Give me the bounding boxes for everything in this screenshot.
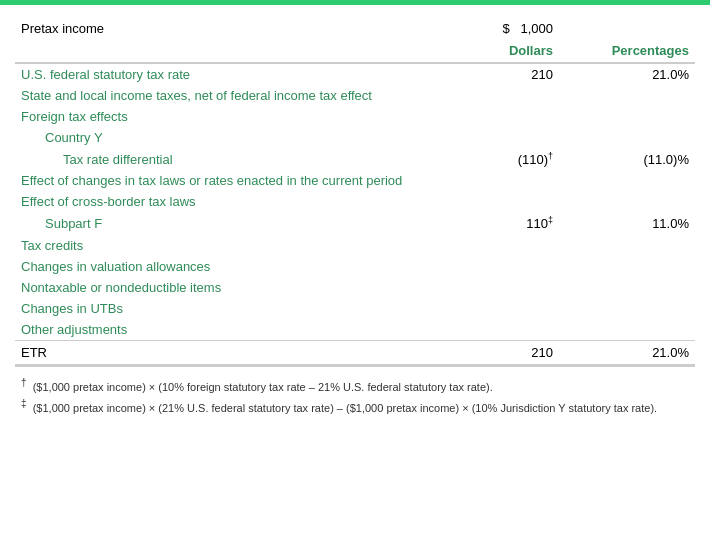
row-label-cross-border: Effect of cross-border tax laws: [15, 191, 423, 212]
row-pct-us-federal: 21.0%: [559, 63, 695, 85]
row-nontaxable: Nontaxable or nondeductible items: [15, 277, 695, 298]
row-label-country-y: Country Y: [15, 127, 423, 148]
row-label-state-local: State and local income taxes, net of fed…: [15, 85, 423, 106]
row-subpart-f: Subpart F110‡11.0%: [15, 212, 695, 234]
row-label-nontaxable: Nontaxable or nondeductible items: [15, 277, 423, 298]
row-cross-border: Effect of cross-border tax laws: [15, 191, 695, 212]
row-label-effect-changes: Effect of changes in tax laws or rates e…: [15, 170, 423, 191]
row-pct-cross-border: [559, 191, 695, 212]
row-label-other-adj: Other adjustments: [15, 319, 423, 341]
row-label-utbs: Changes in UTBs: [15, 298, 423, 319]
row-dollars-subpart-f: 110‡: [423, 212, 559, 234]
pretax-value: 1,000: [520, 21, 553, 36]
header-row: Dollars Percentages: [15, 40, 695, 63]
row-dollars-utbs: [423, 298, 559, 319]
row-dollars-tax-credits: [423, 235, 559, 256]
footnote-symbol: †: [21, 377, 27, 388]
row-dollars-other-adj: [423, 319, 559, 341]
row-label-foreign-tax: Foreign tax effects: [15, 106, 423, 127]
row-pct-subpart-f: 11.0%: [559, 212, 695, 234]
footnote-‡: ‡ ($1,000 pretax income) × (21% U.S. fed…: [21, 396, 689, 417]
header-label-empty: [15, 40, 423, 63]
row-pct-country-y: [559, 127, 695, 148]
pretax-label: Pretax income: [15, 15, 423, 40]
row-dollars-tax-rate-diff: (110)†: [423, 148, 559, 170]
row-label-val-allowances: Changes in valuation allowances: [15, 256, 423, 277]
row-effect-changes: Effect of changes in tax laws or rates e…: [15, 170, 695, 191]
row-dollars-val-allowances: [423, 256, 559, 277]
row-dollars-state-local: [423, 85, 559, 106]
row-dollars-foreign-tax: [423, 106, 559, 127]
etr-dollars: 210: [423, 340, 559, 365]
row-dollars-effect-changes: [423, 170, 559, 191]
data-rows: U.S. federal statutory tax rate21021.0%S…: [15, 63, 695, 340]
table-container: Pretax income $ 1,000 Dollars Percentage…: [0, 5, 710, 431]
row-dollars-nontaxable: [423, 277, 559, 298]
footnote-symbol: ‡: [21, 398, 27, 409]
etr-pct: 21.0%: [559, 340, 695, 365]
header-dollars: Dollars: [423, 40, 559, 63]
row-us-federal: U.S. federal statutory tax rate21021.0%: [15, 63, 695, 85]
row-state-local: State and local income taxes, net of fed…: [15, 85, 695, 106]
row-tax-credits: Tax credits: [15, 235, 695, 256]
pretax-dollar-sign: $ 1,000: [423, 15, 559, 40]
row-pct-nontaxable: [559, 277, 695, 298]
row-label-tax-credits: Tax credits: [15, 235, 423, 256]
row-pct-foreign-tax: [559, 106, 695, 127]
pretax-currency: $: [502, 21, 509, 36]
tax-rate-table: Pretax income $ 1,000 Dollars Percentage…: [15, 15, 695, 366]
etr-label: ETR: [15, 340, 423, 365]
row-dollars-cross-border: [423, 191, 559, 212]
row-pct-tax-rate-diff: (11.0)%: [559, 148, 695, 170]
row-foreign-tax: Foreign tax effects: [15, 106, 695, 127]
pretax-pct-empty: [559, 15, 695, 40]
footnote-†: † ($1,000 pretax income) × (10% foreign …: [21, 375, 689, 396]
row-pct-effect-changes: [559, 170, 695, 191]
etr-row: ETR 210 21.0%: [15, 340, 695, 365]
row-label-us-federal: U.S. federal statutory tax rate: [15, 63, 423, 85]
row-tax-rate-diff: Tax rate differential(110)†(11.0)%: [15, 148, 695, 170]
row-label-tax-rate-diff: Tax rate differential: [15, 148, 423, 170]
header-percentages: Percentages: [559, 40, 695, 63]
row-dollars-country-y: [423, 127, 559, 148]
row-val-allowances: Changes in valuation allowances: [15, 256, 695, 277]
row-label-subpart-f: Subpart F: [15, 212, 423, 234]
row-dollars-us-federal: 210: [423, 63, 559, 85]
pretax-row: Pretax income $ 1,000: [15, 15, 695, 40]
row-pct-state-local: [559, 85, 695, 106]
footnote-section: † ($1,000 pretax income) × (10% foreign …: [15, 366, 695, 422]
row-pct-other-adj: [559, 319, 695, 341]
row-pct-val-allowances: [559, 256, 695, 277]
row-utbs: Changes in UTBs: [15, 298, 695, 319]
row-pct-tax-credits: [559, 235, 695, 256]
row-other-adj: Other adjustments: [15, 319, 695, 341]
row-pct-utbs: [559, 298, 695, 319]
row-country-y: Country Y: [15, 127, 695, 148]
